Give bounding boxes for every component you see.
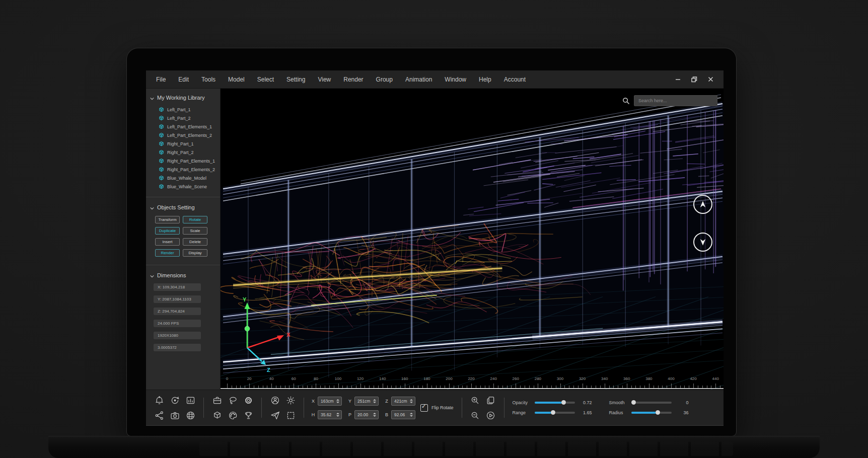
menu-item[interactable]: Render <box>343 76 363 83</box>
viewport-3d-scene[interactable]: Y X Z 0204060801001201401601802002202402… <box>221 89 724 390</box>
history-icon[interactable] <box>169 394 181 406</box>
gear-icon[interactable] <box>242 394 254 406</box>
object-setting-button[interactable]: Scale <box>183 227 207 235</box>
sun-icon[interactable] <box>284 394 297 406</box>
orbit-up-button[interactable] <box>693 195 712 214</box>
library-item[interactable]: Right_Part_Elements_1 <box>150 157 216 165</box>
menu-item[interactable]: Model <box>228 76 245 83</box>
copy-icon[interactable] <box>485 394 497 406</box>
dimension-field: 1920X1080 <box>154 332 201 339</box>
library-item-label: Right_Part_Elements_1 <box>167 159 215 164</box>
lasso-icon[interactable] <box>227 394 239 406</box>
object-setting-button[interactable]: Delete <box>183 238 207 246</box>
coordinate-input[interactable]: 251cm <box>354 397 379 406</box>
plane-icon[interactable] <box>269 409 281 421</box>
axis-x-label: X <box>286 332 291 338</box>
coordinate-input[interactable]: 20.00 <box>354 410 379 419</box>
close-icon[interactable] <box>708 77 713 82</box>
library-item[interactable]: Blue_Whale_Model <box>150 174 216 182</box>
library-item[interactable]: Right_Part_1 <box>150 139 216 148</box>
palette-icon[interactable] <box>227 409 239 421</box>
library-item-label: Left_Part_2 <box>167 116 191 121</box>
object-setting-button[interactable]: Rotate <box>183 216 207 223</box>
coordinate-input[interactable]: 421cm <box>391 397 415 406</box>
share-icon[interactable] <box>153 409 165 421</box>
minimize-icon[interactable] <box>675 77 681 82</box>
menu-item[interactable]: Animation <box>405 76 432 83</box>
slider-knob[interactable] <box>551 410 555 415</box>
stepper-icon[interactable] <box>409 399 415 403</box>
library-item[interactable]: Left_Part_Elements_2 <box>150 131 216 139</box>
slider-track[interactable] <box>535 402 575 404</box>
camera-icon[interactable] <box>169 409 181 421</box>
select-area-icon[interactable] <box>284 409 297 421</box>
cube-3d-icon <box>159 149 164 155</box>
slider-knob[interactable] <box>561 400 566 405</box>
restore-icon[interactable] <box>691 77 697 83</box>
library-section-header[interactable]: My Working Library <box>150 95 216 101</box>
user-globe-icon[interactable] <box>269 394 281 406</box>
menu-items: FileEditToolsModelSelectSettingViewRende… <box>146 76 526 83</box>
menu-item[interactable]: Select <box>257 76 274 83</box>
coordinate-field-group: Y 251cm <box>348 397 379 406</box>
chart-icon[interactable] <box>184 394 196 406</box>
menu-item[interactable]: Help <box>479 76 491 83</box>
flip-rotate-checkbox[interactable] <box>420 404 428 412</box>
globe-icon[interactable] <box>184 409 196 421</box>
bell-icon[interactable] <box>153 394 165 406</box>
slider-track[interactable] <box>535 412 575 414</box>
coordinate-input[interactable]: 92.06 <box>391 410 415 419</box>
search-input[interactable] <box>634 95 717 106</box>
dimensions-section-header[interactable]: Dimensions <box>150 272 216 278</box>
object-setting-button[interactable]: Render <box>155 249 180 257</box>
toolbar-group-tools <box>211 394 254 421</box>
coordinate-input[interactable]: 35.62 <box>318 410 342 419</box>
bottom-toolbar: X 163cm Y 251cm <box>146 390 724 425</box>
menu-item[interactable]: File <box>156 76 166 83</box>
library-item[interactable]: Left_Part_Elements_1 <box>150 122 216 131</box>
stepper-icon[interactable] <box>409 413 415 417</box>
library-item[interactable]: Left_Part_1 <box>150 105 216 114</box>
coordinate-field-group: B 92.06 <box>385 410 415 419</box>
slider-knob[interactable] <box>656 410 660 415</box>
menu-item[interactable]: Tools <box>201 76 215 83</box>
object-setting-button[interactable]: Transform <box>155 216 180 223</box>
coordinate-input[interactable]: 163cm <box>318 397 342 406</box>
object-setting-button[interactable]: Insert <box>155 238 180 246</box>
library-item[interactable]: Right_Part_Elements_2 <box>150 165 216 174</box>
stepper-icon[interactable] <box>372 399 378 403</box>
menu-item[interactable]: Account <box>504 76 526 83</box>
library-item-label: Right_Part_Elements_2 <box>167 167 215 172</box>
slider-value: 1.65 <box>579 410 592 415</box>
coordinate-label: H <box>311 412 315 417</box>
objects-section-header[interactable]: Objects Setting <box>150 204 216 210</box>
zoom-in-icon[interactable] <box>469 394 481 406</box>
trophy-icon[interactable] <box>242 409 254 421</box>
briefcase-icon[interactable] <box>211 394 223 406</box>
library-item[interactable]: Right_Part_2 <box>150 148 216 157</box>
cube-icon[interactable] <box>211 409 223 421</box>
toolbar-group-modes <box>269 394 297 421</box>
menu-item[interactable]: Window <box>445 76 466 83</box>
library-item[interactable]: Left_Part_2 <box>150 114 216 122</box>
slider-track[interactable] <box>631 412 672 414</box>
slider-track[interactable] <box>631 402 672 404</box>
menu-item[interactable]: Group <box>376 76 393 83</box>
library-item[interactable]: Blue_Whale_Scene <box>150 182 216 191</box>
stepper-icon[interactable] <box>335 399 341 403</box>
object-setting-button[interactable]: Duplicate <box>155 227 180 235</box>
zoom-out-icon[interactable] <box>469 409 481 421</box>
laptop-keyboard <box>199 442 733 456</box>
stepper-icon[interactable] <box>372 413 378 417</box>
play-icon[interactable] <box>485 409 497 421</box>
slider-fill <box>535 412 553 414</box>
menu-item[interactable]: Edit <box>178 76 189 83</box>
slider-control: Radius 36 <box>609 410 689 415</box>
slider-knob[interactable] <box>631 400 636 405</box>
menu-item[interactable]: View <box>318 76 331 83</box>
stepper-icon[interactable] <box>335 413 341 417</box>
library-item-label: Left_Part_Elements_1 <box>167 124 212 129</box>
object-setting-button[interactable]: Display <box>183 249 207 257</box>
menu-item[interactable]: Setting <box>286 76 305 83</box>
orbit-down-button[interactable] <box>693 233 712 252</box>
